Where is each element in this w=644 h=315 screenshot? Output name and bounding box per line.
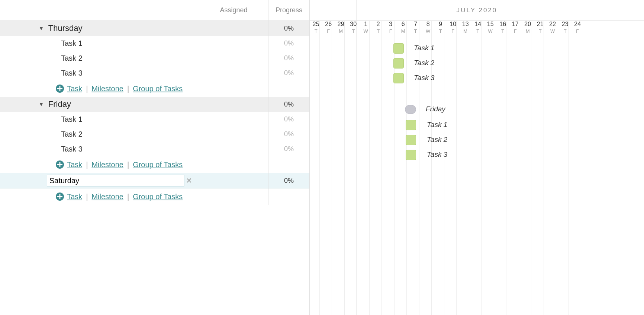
task-row[interactable]: Task 3 0% xyxy=(0,141,309,156)
gantt-bar-label: Task 1 xyxy=(414,44,434,52)
task-progress: 0% xyxy=(268,127,309,141)
timeline-day: 25T xyxy=(310,21,322,39)
gantt-bar-label: Task 3 xyxy=(414,74,434,82)
task-row[interactable]: Task 2 0% xyxy=(0,51,309,66)
plus-icon[interactable] xyxy=(56,192,64,201)
collapse-icon[interactable]: ▼ xyxy=(39,101,44,107)
add-task-link[interactable]: Task xyxy=(67,192,82,201)
task-label: Task 2 xyxy=(61,130,83,139)
timeline-day: 23T xyxy=(559,21,571,39)
group-row-friday[interactable]: ▼ Friday 0% xyxy=(0,97,309,112)
timeline-date-row: 25T26F29M30T1W2T3F6M7T8W9T10F13M14T15W16… xyxy=(310,21,644,39)
timeline-day: 1W xyxy=(360,21,372,39)
timeline-day: 16T xyxy=(497,21,509,39)
close-icon[interactable]: ✕ xyxy=(184,175,194,187)
timeline-day: 15W xyxy=(484,21,497,39)
group-name-input-wrap[interactable] xyxy=(47,175,184,187)
group-name-input[interactable] xyxy=(47,176,184,186)
group-progress: 0% xyxy=(268,173,309,188)
timeline-day: 13M xyxy=(459,21,472,39)
gantt-bar-label: Task 1 xyxy=(427,121,447,129)
timeline-day: 26F xyxy=(322,21,335,39)
add-milestone-link[interactable]: Milestone xyxy=(91,192,123,201)
timeline-day: 30T xyxy=(347,21,360,39)
task-label: Task 2 xyxy=(61,54,83,63)
gantt-bar[interactable] xyxy=(406,150,416,160)
add-milestone-link[interactable]: Milestone xyxy=(91,160,123,169)
add-task-link[interactable]: Task xyxy=(67,160,82,169)
timeline-day: 6M xyxy=(397,21,410,39)
timeline-day: 7T xyxy=(409,21,422,39)
timeline-day: 20M xyxy=(522,21,534,39)
group-label: Thursday xyxy=(48,23,83,33)
group-row-editing[interactable]: ✕ 0% xyxy=(0,173,309,188)
gantt-group-bar[interactable] xyxy=(405,105,416,114)
gantt-bar[interactable] xyxy=(406,135,416,145)
group-progress: 0% xyxy=(268,21,309,36)
add-row: Task | Milestone | Group of Tasks xyxy=(0,188,309,205)
task-row[interactable]: Task 1 0% xyxy=(0,36,309,51)
add-task-link[interactable]: Task xyxy=(67,85,82,93)
timeline-day: 22W xyxy=(547,21,559,39)
gantt-bar-label: Task 2 xyxy=(414,59,434,67)
left-header: Assigned Progress xyxy=(0,0,309,21)
gantt-bar[interactable] xyxy=(393,58,404,69)
gantt-bar-label: Friday xyxy=(426,105,445,113)
timeline-month-header: JULY 2020 xyxy=(310,0,644,21)
timeline-day: 17F xyxy=(509,21,522,39)
timeline-day: 8W xyxy=(422,21,435,39)
task-row[interactable]: Task 2 0% xyxy=(0,127,309,141)
timeline-day: 29M xyxy=(335,21,347,39)
task-row[interactable]: Task 3 0% xyxy=(0,66,309,80)
add-group-link[interactable]: Group of Tasks xyxy=(133,85,183,93)
column-header-assigned[interactable]: Assigned xyxy=(199,0,268,20)
group-label: Friday xyxy=(48,99,71,109)
timeline-day: 10F xyxy=(447,21,460,39)
column-header-progress[interactable]: Progress xyxy=(268,0,309,20)
plus-icon[interactable] xyxy=(56,160,64,169)
task-label: Task 3 xyxy=(61,145,83,153)
task-label: Task 1 xyxy=(61,39,83,48)
collapse-icon[interactable]: ▼ xyxy=(39,25,44,31)
gantt-bar-label: Task 3 xyxy=(427,150,447,159)
timeline-day: 2T xyxy=(372,21,385,39)
add-milestone-link[interactable]: Milestone xyxy=(91,85,123,93)
timeline-day: 14T xyxy=(472,21,484,39)
timeline-day: 3F xyxy=(384,21,397,39)
add-group-link[interactable]: Group of Tasks xyxy=(133,160,183,169)
add-row: Task | Milestone | Group of Tasks xyxy=(0,80,309,97)
gantt-bar[interactable] xyxy=(393,73,404,83)
plus-icon[interactable] xyxy=(56,85,64,93)
timeline-day: 21T xyxy=(534,21,547,39)
task-progress: 0% xyxy=(268,141,309,156)
group-row-thursday[interactable]: ▼ Thursday 0% xyxy=(0,21,309,36)
task-row[interactable]: Task 1 0% xyxy=(0,112,309,127)
task-progress: 0% xyxy=(268,51,309,66)
gantt-bar[interactable] xyxy=(393,43,404,54)
task-progress: 0% xyxy=(268,66,309,80)
group-progress: 0% xyxy=(268,97,309,112)
task-progress: 0% xyxy=(268,36,309,51)
gantt-bar-label: Task 2 xyxy=(427,136,447,144)
task-label: Task 3 xyxy=(61,69,83,77)
add-group-link[interactable]: Group of Tasks xyxy=(133,192,183,201)
task-progress: 0% xyxy=(268,112,309,127)
add-row: Task | Milestone | Group of Tasks xyxy=(0,156,309,173)
timeline-day: 24F xyxy=(571,21,584,39)
task-label: Task 1 xyxy=(61,115,83,124)
gantt-bar[interactable] xyxy=(406,120,416,130)
timeline-day: 9T xyxy=(434,21,447,39)
